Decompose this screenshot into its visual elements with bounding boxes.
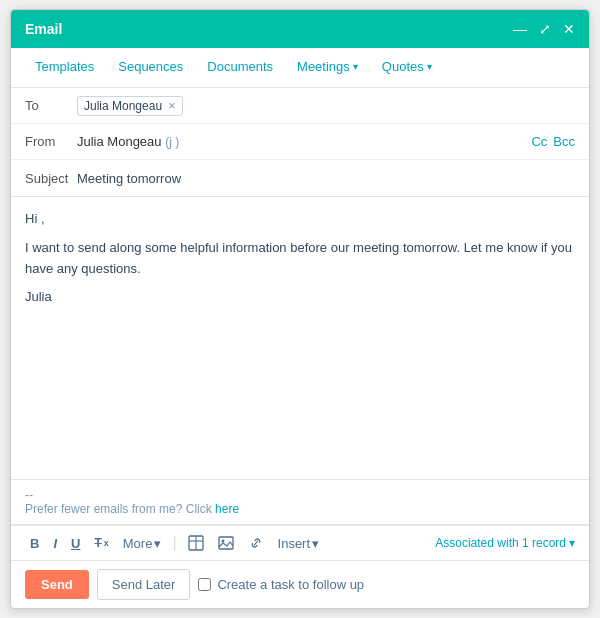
footer-text-content: Prefer fewer emails from me? Click — [25, 502, 215, 516]
strikethrough-button[interactable]: T x — [89, 533, 113, 553]
image-icon — [218, 535, 234, 551]
associated-chevron-icon: ▾ — [569, 536, 575, 550]
meetings-chevron-icon: ▾ — [353, 61, 358, 72]
email-fields: To Julia Mongeau × From Julia Mongeau (j… — [11, 88, 589, 197]
nav-documents[interactable]: Documents — [197, 51, 283, 84]
send-later-button[interactable]: Send Later — [97, 569, 191, 600]
minimize-button[interactable]: — — [513, 22, 527, 36]
task-checkbox[interactable] — [198, 578, 211, 591]
window-title: Email — [25, 21, 62, 37]
nav-meetings[interactable]: Meetings ▾ — [287, 51, 368, 84]
bold-button[interactable]: B — [25, 533, 44, 554]
footer-link[interactable]: here — [215, 502, 239, 516]
nav-bar: Templates Sequences Documents Meetings ▾… — [11, 48, 589, 88]
footer-unsubscribe: -- Prefer fewer emails from me? Click he… — [11, 480, 589, 525]
cc-bcc-buttons: Cc Bcc — [531, 134, 575, 149]
table-icon — [188, 535, 204, 551]
nav-templates[interactable]: Templates — [25, 51, 104, 84]
link-icon — [248, 535, 264, 551]
insert-label: Insert — [278, 536, 311, 551]
insert-button[interactable]: Insert ▾ — [273, 533, 325, 554]
email-window: Email — ⤢ ✕ Templates Sequences Document… — [10, 9, 590, 609]
associated-text: Associated with 1 record — [435, 536, 566, 550]
more-label: More — [123, 536, 153, 551]
to-label: To — [25, 98, 77, 113]
body-paragraph: I want to send along some helpful inform… — [25, 238, 575, 280]
from-field-row: From Julia Mongeau (j ) Cc Bcc — [11, 124, 589, 160]
link-icon-button[interactable] — [243, 532, 269, 554]
from-value: Julia Mongeau (j ) — [77, 134, 531, 149]
body-greeting: Hi , — [25, 209, 575, 230]
quotes-chevron-icon: ▾ — [427, 61, 432, 72]
italic-button[interactable]: I — [48, 533, 62, 554]
image-icon-button[interactable] — [213, 532, 239, 554]
underline-button[interactable]: U — [66, 533, 85, 554]
svg-point-4 — [221, 540, 224, 543]
expand-button[interactable]: ⤢ — [539, 22, 551, 36]
toolbar: B I U T x More ▾ | — [11, 526, 589, 561]
subject-value[interactable]: Meeting tomorrow — [77, 171, 575, 186]
action-bar: Send Send Later Create a task to follow … — [11, 561, 589, 608]
email-body[interactable]: Hi , I want to send along some helpful i… — [11, 197, 589, 479]
more-chevron-icon: ▾ — [154, 536, 161, 551]
body-signature: Julia — [25, 287, 575, 308]
from-name: Julia Mongeau — [77, 134, 162, 149]
window-controls: — ⤢ ✕ — [513, 22, 575, 36]
more-button[interactable]: More ▾ — [118, 533, 167, 554]
task-label: Create a task to follow up — [217, 577, 364, 592]
toolbar-right: Associated with 1 record ▾ — [435, 536, 575, 550]
bcc-button[interactable]: Bcc — [553, 134, 575, 149]
table-icon-button[interactable] — [183, 532, 209, 554]
task-checkbox-label[interactable]: Create a task to follow up — [198, 577, 364, 592]
from-email: (j ) — [165, 135, 179, 149]
nav-sequences[interactable]: Sequences — [108, 51, 193, 84]
to-tag: Julia Mongeau × — [77, 96, 183, 116]
subject-label: Subject — [25, 171, 77, 186]
title-bar: Email — ⤢ ✕ — [11, 10, 589, 48]
to-value: Julia Mongeau × — [77, 96, 575, 116]
send-button[interactable]: Send — [25, 570, 89, 599]
insert-chevron-icon: ▾ — [312, 536, 319, 551]
cc-button[interactable]: Cc — [531, 134, 547, 149]
footer-divider-dashes: -- — [25, 488, 33, 502]
to-recipient: Julia Mongeau — [84, 99, 162, 113]
from-label: From — [25, 134, 77, 149]
close-button[interactable]: ✕ — [563, 22, 575, 36]
strikethrough-icon: T — [94, 536, 101, 550]
nav-quotes[interactable]: Quotes ▾ — [372, 51, 442, 84]
toolbar-separator-1: | — [172, 534, 176, 552]
remove-recipient-button[interactable]: × — [168, 99, 176, 112]
to-field-row: To Julia Mongeau × — [11, 88, 589, 124]
subject-field-row: Subject Meeting tomorrow — [11, 160, 589, 196]
associated-record-button[interactable]: Associated with 1 record ▾ — [435, 536, 575, 550]
